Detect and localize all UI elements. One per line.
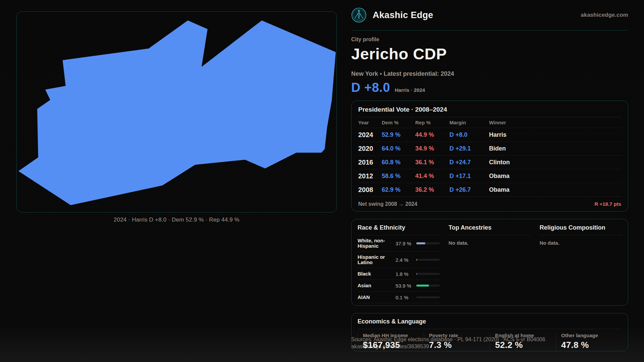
table-row: 2016 60.8 % 36.1 % D +24.7 Clinton: [358, 155, 621, 169]
profile-column: Akashic Edge akashicedge.com City profil…: [351, 0, 628, 362]
vote-panel-title: Presidential Vote · 2008–2024: [358, 106, 621, 113]
stat-english-at-home: English at home 52.2 %: [490, 333, 556, 350]
col-winner: Winner: [489, 120, 621, 125]
brand-domain-link[interactable]: akashicedge.com: [581, 12, 628, 18]
stat-label: Poverty rate: [429, 333, 490, 338]
year-cell: 2016: [358, 159, 382, 166]
no-data-text: No data.: [540, 240, 622, 246]
margin-cell: D +8.0: [449, 131, 489, 138]
year-cell: 2020: [358, 145, 382, 153]
no-data-text: No data.: [448, 240, 531, 246]
col-year: Year: [358, 120, 382, 125]
year-cell: 2012: [358, 172, 382, 180]
map-caption: 2024 · Harris D +8.0 · Dem 52.9 % · Rep …: [16, 217, 337, 223]
stat-poverty-rate: Poverty rate 7.3 %: [424, 333, 490, 350]
race-bar: [416, 242, 440, 244]
stat-value: $167,935: [363, 340, 424, 350]
race-bar-fill: [416, 273, 417, 275]
stat-value: 47.8 %: [561, 340, 622, 350]
race-ethnicity-section: Race & Ethnicity White, non-Hispanic 37.…: [358, 224, 440, 303]
race-label: White, non-Hispanic: [358, 238, 395, 249]
economics-panel-title: Economics & Language: [358, 318, 622, 325]
ancestries-section: Top Ancestries No data.: [448, 224, 531, 303]
stat-label: Median HH income: [363, 333, 424, 338]
race-bar: [416, 273, 440, 275]
headline-margin-value: D +8.0: [351, 80, 390, 95]
col-margin: Margin: [449, 120, 489, 125]
stat-median-income: Median HH income $167,935: [358, 333, 424, 350]
col-dem: Dem %: [382, 120, 415, 125]
race-value: 2.4 %: [395, 257, 416, 263]
race-bar: [416, 285, 440, 287]
table-row: 2020 64.0 % 34.9 % D +29.1 Biden: [358, 141, 621, 155]
rep-cell: 34.9 %: [415, 145, 449, 152]
table-row: 2008 62.9 % 36.2 % D +26.7 Obama: [358, 183, 621, 196]
city-boundary-map: [17, 12, 336, 212]
vote-table-header: Year Dem % Rep % Margin Winner: [358, 117, 621, 128]
race-value: 53.9 %: [395, 283, 416, 289]
race-section-title: Race & Ethnicity: [358, 224, 440, 231]
race-label: Black: [358, 271, 395, 277]
stat-value: 7.3 %: [429, 340, 490, 350]
race-bar: [416, 296, 440, 298]
header-divider: [351, 30, 628, 31]
city-title: Jericho CDP: [351, 45, 447, 63]
headline-margin-note: Harris · 2024: [395, 87, 425, 93]
year-cell: 2008: [358, 186, 382, 194]
divider: [540, 235, 622, 235]
rep-cell: 41.4 %: [415, 173, 449, 180]
dem-cell: 62.9 %: [382, 186, 415, 193]
race-label: Asian: [358, 283, 395, 288]
net-swing-label: Net swing 2008 → 2024: [358, 201, 417, 207]
stat-label: English at home: [495, 333, 556, 338]
race-value: 37.9 %: [395, 241, 416, 246]
presidential-vote-panel: Presidential Vote · 2008–2024 Year Dem %…: [351, 101, 628, 212]
race-label: Hispanic or Latino: [358, 254, 395, 265]
list-item: White, non-Hispanic 37.9 %: [358, 235, 440, 252]
margin-cell: D +24.7: [449, 159, 489, 166]
race-bar-fill: [416, 285, 429, 287]
race-value: 1.8 %: [395, 271, 416, 277]
table-row: 2024 52.9 % 44.9 % D +8.0 Harris: [358, 128, 621, 141]
net-swing-row: Net swing 2008 → 2024 R +18.7 pts: [358, 196, 621, 211]
winner-cell: Obama: [489, 186, 621, 193]
stat-label: Other language: [561, 333, 622, 338]
dem-cell: 60.8 %: [382, 159, 415, 166]
stat-other-language: Other language 47.8 %: [556, 333, 622, 350]
race-value: 0.1 %: [395, 295, 416, 300]
margin-cell: D +26.7: [449, 186, 489, 193]
winner-cell: Clinton: [489, 159, 621, 166]
dem-cell: 58.6 %: [382, 173, 415, 180]
list-item: Asian 53.9 %: [358, 280, 440, 292]
col-rep: Rep %: [415, 120, 449, 125]
winner-cell: Harris: [489, 131, 621, 138]
year-cell: 2024: [358, 131, 382, 139]
race-bar-fill: [416, 259, 417, 261]
stat-value: 52.2 %: [495, 340, 556, 350]
net-swing-value: R +18.7 pts: [594, 201, 621, 207]
divider: [448, 235, 531, 235]
race-label: AIAN: [358, 295, 395, 300]
brand-header: Akashic Edge akashicedge.com: [351, 7, 628, 23]
brand-name: Akashic Edge: [373, 10, 433, 20]
city-map-panel: [16, 11, 337, 213]
city-boundary-shape: [18, 20, 336, 205]
list-item: Black 1.8 %: [358, 268, 440, 280]
race-bar-fill: [416, 242, 425, 244]
religion-section: Religious Composition No data.: [540, 224, 622, 303]
headline-margin-row: D +8.0 Harris · 2024: [351, 80, 425, 95]
race-bar: [416, 259, 440, 261]
religion-section-title: Religious Composition: [540, 224, 622, 231]
margin-cell: D +29.1: [449, 145, 489, 152]
winner-cell: Biden: [489, 145, 621, 152]
ancestries-section-title: Top Ancestries: [448, 224, 531, 231]
rep-cell: 36.1 %: [415, 159, 449, 166]
page-kicker: City profile: [351, 37, 379, 43]
akashic-emblem-icon: [351, 7, 367, 23]
rep-cell: 36.2 %: [415, 186, 449, 193]
city-subtitle: New York • Latest presidential: 2024: [351, 70, 454, 77]
economics-panel: Economics & Language Median HH income $1…: [351, 313, 628, 351]
divider: [358, 329, 622, 329]
margin-cell: D +17.1: [449, 173, 489, 180]
winner-cell: Obama: [489, 173, 621, 180]
